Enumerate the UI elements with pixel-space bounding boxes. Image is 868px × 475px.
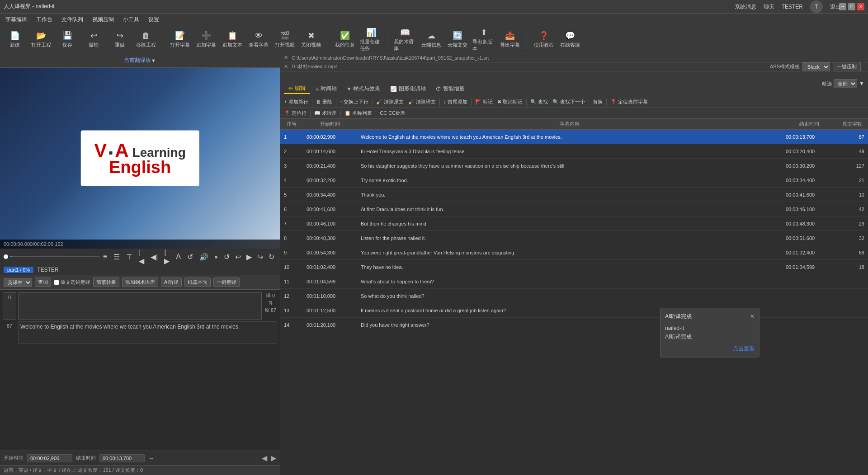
filter-select[interactable]: 全部 [834,79,857,88]
table-row[interactable]: 8 00:00:48,300 Listen for the phrase nai… [280,231,868,245]
cloud-exchange-button[interactable]: 🔄 云端文交 [446,28,469,52]
menu-subtitle-edit[interactable]: 字幕编辑 [2,15,31,24]
machine-trans-btn[interactable]: 机器本句 [184,277,211,287]
find-next-btn[interactable]: 🔍 查找下一个 [551,98,587,106]
table-row[interactable]: 3 00:00:21,400 So his daughter suggests … [280,159,868,173]
tab-edit[interactable]: ✏ 编辑 [284,84,310,94]
chat[interactable]: 聊天 [764,3,774,11]
save-button[interactable]: 💾 保存 [56,28,79,52]
system-message[interactable]: 系统消息 [735,3,756,11]
append-text-button[interactable]: 📋 追加文本 [221,28,244,52]
prev-subtitle-btn[interactable]: ◀ [262,454,267,462]
frame-forward-btn[interactable]: |▶ [162,248,171,266]
view-subtitle-button[interactable]: 👁 查看字幕 [247,28,270,52]
rewind-btn[interactable]: ↺ [222,252,231,262]
align-top-btn[interactable]: ⊤ [124,252,134,262]
table-row[interactable]: 10 00:01:02,400 They have no idea. 00:01… [280,260,868,274]
language-select[interactable]: 英译中 [4,278,32,287]
cc-process-btn[interactable]: CC CC处理 [378,109,407,118]
redo-button[interactable]: ↪ 重做 [108,28,131,52]
prev-frame-btn[interactable]: |◀ [137,248,146,266]
open-subtitle-button[interactable]: 📝 打开字幕 [169,28,191,52]
replace-btn[interactable]: 替换 [591,98,604,106]
locate-current-btn[interactable]: 📍 定位当前字幕 [609,98,650,106]
table-row[interactable]: 9 00:00:54,300 You were right great-gran… [280,245,868,260]
time-sync-btn[interactable]: ↔ [148,455,155,462]
table-row[interactable]: 4 00:00:32,200 Try some exotic food. 00:… [280,173,868,188]
menu-settings[interactable]: 设置 [145,15,163,24]
volume-btn[interactable]: 🔊 [198,252,210,262]
unmark-btn[interactable]: ✖ 取消标记 [495,98,524,106]
orig-translate-check[interactable]: 原文选词翻译 [54,279,90,286]
orig-translate-checkbox[interactable] [54,280,59,285]
file2-close[interactable]: ✕ [284,64,288,70]
menu-file-queue[interactable]: 文件队列 [58,15,87,24]
find-btn[interactable]: 🔍 查找 [528,98,550,106]
forward10-btn[interactable]: ↪ [255,252,265,262]
batch-create-button[interactable]: 📊 批量创建任务 [360,28,382,52]
filter-dropdown[interactable]: ▼ [859,80,864,87]
ai-popup-link[interactable]: 点击查看 [665,345,755,353]
remove-project-button[interactable]: 🗑 移除工程 [135,28,157,52]
ass-style-select[interactable]: Black [802,62,830,71]
tutorial-button[interactable]: ❓ 使用教程 [533,28,555,52]
table-row[interactable]: 6 00:00:41,600 At first Dracula does not… [280,202,868,216]
new-button[interactable]: 📄 新建 [4,28,26,52]
menu-video-compress[interactable]: 视频压制 [89,15,118,24]
name-list-btn[interactable]: 📋 名称列表 [343,109,374,118]
clear-trans-btn[interactable]: 🧹 清除译文 [406,98,438,106]
cloud-info-button[interactable]: ☁ 云端信息 [420,28,443,52]
online-support-button[interactable]: 💬 在线客服 [559,28,581,52]
menu-tools[interactable]: 小工具 [119,15,143,24]
swap-lines-btn[interactable]: ↑ 交换上下行 [338,98,371,106]
play-btn[interactable]: ▶ [245,252,254,262]
next-subtitle-btn[interactable]: ▶ [271,454,276,462]
font-size-btn[interactable]: A [174,252,183,262]
tab-timeline[interactable]: ≡ 时间轴 [311,84,341,94]
file1-close[interactable]: ✕ [284,55,288,61]
table-row[interactable]: 2 00:00:14,600 In Hotel Transylvania 3 D… [280,144,868,159]
start-time-input[interactable] [27,454,72,462]
export-multi-button[interactable]: ⬆ 导出多版本 [472,28,495,52]
my-tasks-button[interactable]: ✅ 我的任务 [334,28,356,52]
trans-swap[interactable]: ⇅ [269,300,273,306]
ai-voice-btn[interactable]: AI听译 [161,277,182,287]
open-video-button[interactable]: 🎬 打开视频 [274,28,296,52]
translation-version-label[interactable]: 当前翻译版 [124,56,151,64]
table-row[interactable]: 7 00:00:46,100 But then he changes his m… [280,216,868,231]
undo-button[interactable]: ↩ 撤销 [82,28,105,52]
progress-dot[interactable] [4,254,8,259]
term-library-btn2[interactable]: 📖 术语库 [312,109,339,118]
menu-workspace[interactable]: 工作台 [33,15,56,24]
lookup-btn[interactable]: 查词 [35,277,51,287]
frame-back-btn[interactable]: ◀| [149,252,160,262]
append-subtitle-button[interactable]: ➕ 追加字幕 [195,28,217,52]
simple-convert-btn[interactable]: 简繁转换 [93,277,119,287]
open-project-button[interactable]: 📂 打开工程 [30,28,52,52]
translation-version-dropdown[interactable]: ▼ [151,58,156,63]
term-library-button[interactable]: 📖 我的术语库 [394,28,416,52]
align-left-btn[interactable]: ≡ [101,252,109,262]
one-key-trans-btn[interactable]: 一键翻译 [213,277,240,287]
table-row[interactable]: 1 00:00:02,900 Welcome to English at the… [280,130,868,144]
tab-graphic[interactable]: 📈 图形化调轴 [386,84,430,94]
clear-orig-btn[interactable]: 🧹 清除原文 [374,98,406,106]
table-row[interactable]: 11 00:01:04,599 What's about to happen t… [280,274,868,289]
stop-btn[interactable]: ■ [212,254,220,260]
align-center-btn[interactable]: ☰ [112,252,122,262]
end-time-input[interactable] [99,454,145,462]
table-row[interactable]: 13 00:01:12,500 It means is it sent a po… [280,303,868,318]
table-row[interactable]: 14 00:01:20,100 Did you have the right a… [280,318,868,332]
logout[interactable]: 退出 [830,3,841,11]
add-new-line-btn[interactable]: + 添加新行 [282,98,310,106]
append-end-btn[interactable]: ↕ 首尾添加 [442,98,469,106]
export-subtitle-button[interactable]: 📤 导出字幕 [499,28,521,52]
progress-bar[interactable] [10,256,99,257]
forward-btn[interactable]: ↻ [267,252,276,262]
ai-popup-close[interactable]: ✕ [750,313,755,320]
delete-btn[interactable]: 🗑 删除 [314,98,334,106]
locate-row-btn[interactable]: 📍 定位行 [282,109,308,118]
add-term-btn[interactable]: 添加到术语库 [122,277,158,287]
tab-smart-add[interactable]: ⏱ 智能增量 [431,84,469,94]
translation-input[interactable] [18,292,262,320]
